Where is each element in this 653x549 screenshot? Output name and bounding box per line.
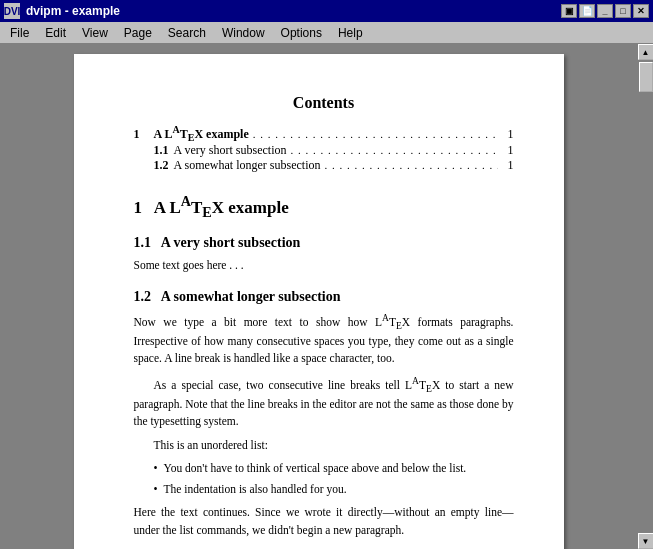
menu-edit[interactable]: Edit bbox=[37, 24, 74, 42]
paper: Contents 1 A LATEX example 1 1.1 A very … bbox=[74, 54, 564, 549]
toc-page-1-1: 1 bbox=[502, 143, 514, 158]
toc-num-1: 1 bbox=[134, 127, 154, 142]
menu-search[interactable]: Search bbox=[160, 24, 214, 42]
toc-num-1-1: 1.1 bbox=[154, 143, 174, 158]
menu-help[interactable]: Help bbox=[330, 24, 371, 42]
main-area: Contents 1 A LATEX example 1 1.1 A very … bbox=[0, 44, 653, 549]
restore-button[interactable]: ▣ bbox=[561, 4, 577, 18]
document-button[interactable]: 📄 bbox=[579, 4, 595, 18]
app-icon: DVI bbox=[4, 3, 20, 19]
toc-page-1: 1 bbox=[502, 127, 514, 142]
bullet-text-2: The indentation is also handled for you. bbox=[164, 481, 347, 498]
toc-label-1-2: A somewhat longer subsection bbox=[174, 158, 321, 173]
maximize-button[interactable]: □ bbox=[615, 4, 631, 18]
toc-label-1: A LATEX example bbox=[154, 124, 249, 143]
scroll-up-button[interactable]: ▲ bbox=[638, 44, 654, 60]
menu-options[interactable]: Options bbox=[273, 24, 330, 42]
bullet-text-1: You don't have to think of vertical spac… bbox=[164, 460, 467, 477]
paragraph-2: As a special case, two consecutive line … bbox=[134, 374, 514, 431]
paragraph-1: Now we type a bit more text to show how … bbox=[134, 311, 514, 368]
toc-row-1-1: 1.1 A very short subsection 1 bbox=[134, 143, 514, 158]
bullet-item-2: • The indentation is also handled for yo… bbox=[154, 481, 514, 498]
toc-heading: Contents bbox=[134, 94, 514, 112]
paragraph-3: This is an unordered list: bbox=[134, 437, 514, 454]
toc-label-1-1: A very short subsection bbox=[174, 143, 287, 158]
toc-dots-1 bbox=[253, 128, 498, 141]
toc-page-1-2: 1 bbox=[502, 158, 514, 173]
bullet-item-1: • You don't have to think of vertical sp… bbox=[154, 460, 514, 477]
menu-view[interactable]: View bbox=[74, 24, 116, 42]
toc-num-1-2: 1.2 bbox=[154, 158, 174, 173]
section-1-heading: 1 A LATEX example bbox=[134, 193, 514, 221]
menu-window[interactable]: Window bbox=[214, 24, 273, 42]
section-1-1-text: Some text goes here . . . bbox=[134, 257, 514, 274]
bullet-list: • You don't have to think of vertical sp… bbox=[154, 460, 514, 499]
paragraph-4: Here the text continues. Since we wrote … bbox=[134, 504, 514, 539]
toc-dots-1-2 bbox=[324, 159, 497, 172]
scroll-track[interactable] bbox=[638, 60, 654, 533]
bullet-dot-1: • bbox=[154, 460, 158, 477]
window-title: dvipm - example bbox=[26, 4, 120, 18]
close-button[interactable]: ✕ bbox=[633, 4, 649, 18]
minimize-button[interactable]: _ bbox=[597, 4, 613, 18]
bullet-dot-2: • bbox=[154, 481, 158, 498]
title-bar-buttons: ▣ 📄 _ □ ✕ bbox=[561, 4, 649, 18]
menu-bar: File Edit View Page Search Window Option… bbox=[0, 22, 653, 44]
toc-table: 1 A LATEX example 1 1.1 A very short sub… bbox=[134, 124, 514, 173]
section-1-1-title: A very short subsection bbox=[161, 235, 301, 250]
section-1-1-heading: 1.1 A very short subsection bbox=[134, 235, 514, 251]
document-area: Contents 1 A LATEX example 1 1.1 A very … bbox=[0, 44, 637, 549]
section-1-2-num: 1.2 bbox=[134, 289, 152, 304]
section-1-num: 1 bbox=[134, 198, 143, 217]
section-1-2-heading: 1.2 A somewhat longer subsection bbox=[134, 289, 514, 305]
toc-dots-1-1 bbox=[291, 144, 498, 157]
section-1-2-title: A somewhat longer subsection bbox=[161, 289, 341, 304]
title-bar-left: DVI dvipm - example bbox=[4, 3, 120, 19]
menu-file[interactable]: File bbox=[2, 24, 37, 42]
scrollbar-vertical[interactable]: ▲ ▼ bbox=[637, 44, 653, 549]
scroll-down-button[interactable]: ▼ bbox=[638, 533, 654, 549]
menu-page[interactable]: Page bbox=[116, 24, 160, 42]
scroll-thumb[interactable] bbox=[639, 62, 653, 92]
toc-row-1: 1 A LATEX example 1 bbox=[134, 124, 514, 143]
section-1-1-num: 1.1 bbox=[134, 235, 152, 250]
toc-row-1-2: 1.2 A somewhat longer subsection 1 bbox=[134, 158, 514, 173]
title-bar: DVI dvipm - example ▣ 📄 _ □ ✕ bbox=[0, 0, 653, 22]
